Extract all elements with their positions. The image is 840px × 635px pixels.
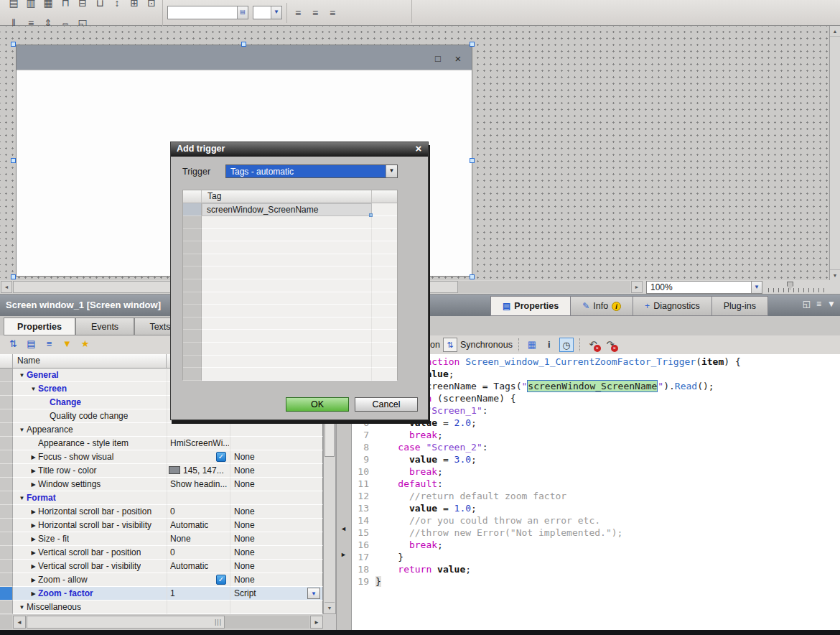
align-center-horizontal-icon[interactable]: ▥ — [22, 0, 39, 11]
property-static-value-cell[interactable]: HmiScreenWi... — [167, 437, 230, 450]
definition-position-icon[interactable]: ⇅ — [443, 338, 457, 352]
folder-view-icon[interactable]: ▤ — [24, 336, 39, 352]
expanded-arrow-icon[interactable]: ▼ — [17, 372, 27, 379]
empty-tag-row[interactable] — [183, 368, 397, 381]
property-static-value-cell[interactable]: Automatic — [167, 560, 230, 573]
property-name-cell[interactable]: Appearance - style item — [13, 437, 167, 450]
property-row-header[interactable] — [0, 587, 13, 601]
list-view-icon[interactable]: ≡ — [42, 336, 57, 352]
property-static-value-cell[interactable]: 0 — [167, 505, 230, 519]
trigger-select-arrow-icon[interactable]: ▼ — [386, 165, 397, 177]
code-line[interactable]: 14 //or you could throw an error etc. — [352, 514, 840, 527]
property-row[interactable]: ▶Vertical scroll bar - visibilityAutomat… — [0, 560, 323, 573]
tag-cell[interactable] — [202, 356, 372, 369]
font-size-combo[interactable]: ▼ — [253, 6, 282, 19]
empty-tag-row[interactable] — [183, 305, 397, 318]
selection-handle-middle-right[interactable] — [470, 158, 475, 163]
property-name-cell[interactable]: ▶Title row - color — [13, 464, 167, 478]
expanded-arrow-icon[interactable]: ▼ — [17, 427, 27, 433]
zoom-level-arrow-icon[interactable]: ▼ — [751, 282, 762, 293]
code-line[interactable]: 10 break; — [352, 465, 840, 478]
property-dynamization-cell[interactable] — [230, 491, 323, 505]
collapsed-arrow-icon[interactable]: ▶ — [29, 522, 38, 529]
property-dynamization-cell[interactable]: Script▼ — [230, 587, 323, 601]
empty-tag-row[interactable] — [183, 343, 397, 356]
tag-cell[interactable] — [202, 368, 372, 381]
collapsed-arrow-icon[interactable]: ▶ — [29, 468, 38, 474]
property-row-header[interactable] — [0, 601, 13, 614]
property-name-cell[interactable]: ▼Format — [13, 491, 167, 505]
property-row[interactable]: ▶Size - fitNoneNone — [0, 532, 323, 546]
property-row[interactable]: ▼Appearance — [0, 423, 323, 437]
properties-scroll-left-icon[interactable]: ◄ — [13, 616, 26, 629]
property-static-value-cell[interactable]: ✓ — [167, 573, 230, 587]
property-dynamization-cell[interactable]: None — [230, 505, 323, 519]
property-name-cell[interactable]: ▶Focus - show visual — [13, 450, 167, 464]
collapsed-arrow-icon[interactable]: ▶ — [29, 590, 38, 597]
code-line[interactable]: 18 return value; — [352, 563, 840, 575]
tag-row-header[interactable] — [183, 216, 202, 229]
property-row-header[interactable] — [0, 396, 13, 409]
align-right-icon[interactable]: ▦ — [39, 0, 57, 11]
text-align-right-icon[interactable]: ≡ — [324, 4, 341, 22]
tab-info[interactable]: ✎ Info i — [571, 296, 633, 316]
property-row-header[interactable] — [0, 560, 13, 573]
code-line[interactable]: 8 case "Screen_2": — [352, 441, 840, 453]
canvas-scroll-right-icon[interactable]: ► — [631, 281, 643, 293]
collapsed-arrow-icon[interactable]: ▶ — [29, 563, 38, 570]
center-vertical-icon[interactable]: ⊡ — [143, 0, 160, 11]
zoom-slider-thumb[interactable] — [787, 282, 793, 289]
property-dynamization-cell[interactable]: None — [230, 519, 323, 532]
selection-handle-middle-left[interactable] — [11, 158, 16, 163]
property-row[interactable]: ▶Window settingsShow headin...None — [0, 478, 323, 491]
canvas-scroll-up-icon[interactable]: ▲ — [830, 26, 840, 37]
property-dynamization-cell[interactable] — [230, 423, 323, 437]
italic-icon[interactable]: I — [307, 0, 324, 1]
previous-error-button[interactable]: ↶ × — [586, 338, 600, 352]
property-name-cell[interactable]: ▶Vertical scroll bar - visibility — [13, 560, 167, 573]
decrease-font-icon[interactable]: A↓ — [375, 0, 393, 1]
increase-font-icon[interactable]: A↑ — [358, 0, 375, 1]
tag-cell[interactable] — [202, 305, 372, 318]
empty-tag-row[interactable] — [183, 356, 397, 369]
tag-column-header[interactable]: Tag — [202, 190, 372, 203]
tag-row-header[interactable] — [183, 229, 202, 242]
tag-row[interactable]: screenWindow_ScreenName — [183, 203, 397, 216]
align-left-icon[interactable]: ▤ — [5, 0, 22, 11]
properties-scroll-down-icon[interactable]: ▼ — [325, 602, 335, 613]
property-static-value-cell[interactable] — [167, 601, 230, 614]
empty-tag-row[interactable] — [183, 279, 397, 292]
tag-row-header[interactable] — [183, 241, 202, 254]
properties-horizontal-scrollbar[interactable]: ◄ ||| ► — [0, 615, 325, 630]
property-name-cell[interactable]: Change — [13, 396, 167, 409]
code-line[interactable]: 15 //throw new Error("Not implemented.")… — [352, 527, 840, 539]
tag-cell[interactable] — [202, 330, 372, 343]
property-dynamization-cell[interactable]: None — [230, 478, 323, 491]
collapsed-arrow-icon[interactable]: ▶ — [29, 550, 38, 556]
dialog-titlebar[interactable]: Add trigger × — [171, 142, 428, 157]
tag-cell[interactable] — [202, 343, 372, 356]
tag-row-header[interactable] — [183, 343, 202, 356]
font-size-combo-value[interactable] — [253, 6, 271, 19]
function-list-icon[interactable]: i — [542, 338, 556, 352]
property-row-header[interactable] — [0, 423, 13, 437]
property-row[interactable]: Appearance - style itemHmiScreenWi... — [0, 437, 323, 450]
code-line[interactable]: 11 default: — [352, 478, 840, 490]
canvas-scroll-down-icon[interactable]: ▼ — [830, 269, 840, 280]
property-name-cell[interactable]: ▼Screen — [13, 382, 167, 396]
property-row[interactable]: ▶Horizontal scroll bar - visibilityAutom… — [0, 519, 323, 532]
property-row-header[interactable] — [0, 519, 13, 532]
collapsed-arrow-icon[interactable]: ▶ — [29, 454, 38, 460]
tag-row-header[interactable] — [183, 368, 202, 381]
font-combo-list-icon[interactable]: ▤ — [237, 6, 248, 19]
text-align-left-icon[interactable]: ≡ — [289, 4, 307, 22]
dialog-close-icon[interactable]: × — [413, 142, 424, 155]
font-combo-value[interactable] — [168, 6, 237, 19]
empty-tag-row[interactable] — [183, 318, 397, 330]
tag-cell[interactable]: screenWindow_ScreenName — [202, 203, 372, 216]
expanded-arrow-icon[interactable]: ▼ — [17, 604, 27, 611]
font-size-combo-arrow-icon[interactable]: ▼ — [271, 6, 281, 19]
expanded-arrow-icon[interactable]: ▼ — [17, 495, 27, 501]
splitter-collapse-right-icon[interactable]: ► — [340, 551, 347, 558]
property-dynamization-cell[interactable]: None — [230, 546, 323, 560]
